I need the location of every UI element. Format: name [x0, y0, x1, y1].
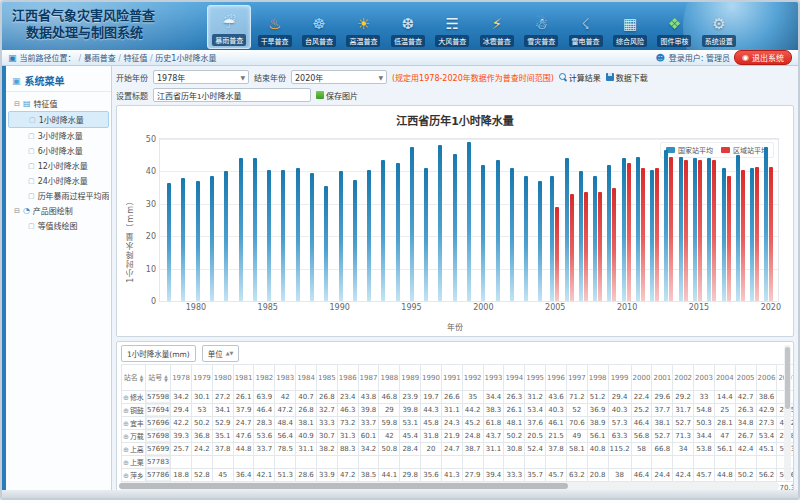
station-name-cell: ⊕修水: [122, 391, 146, 404]
value-cell-57783-2005: [735, 456, 756, 469]
collapse-icon[interactable]: ⊟: [14, 100, 20, 108]
station-id-cell: 57598: [145, 391, 170, 404]
table-row-57694[interactable]: ⊕铜鼓5769429.45334.137.946.447.226.832.746…: [122, 404, 795, 417]
value-cell-57786-1994: 33.3: [504, 469, 525, 482]
value-cell-57598-1978: 34.2: [171, 391, 192, 404]
column-header-year-1991: 1991: [441, 365, 462, 391]
download-data-button[interactable]: 数据下载: [606, 72, 648, 83]
table-row-57699[interactable]: ⊕上高5769925.724.237.844.833.778.531.138.2…: [122, 443, 795, 456]
calculate-button[interactable]: 计算结果: [559, 72, 601, 83]
value-cell-57694-1980: 34.1: [212, 404, 233, 417]
expand-icon[interactable]: ⊕: [123, 446, 129, 454]
collapse-icon[interactable]: ⊟: [14, 207, 20, 215]
snow-icon: ☃: [534, 13, 547, 35]
value-cell-57783-2001: [652, 456, 673, 469]
value-cell-57598-1994: 26.3: [504, 391, 525, 404]
sidebar-group-0[interactable]: ⊟▤特征值: [8, 96, 109, 111]
value-cell-57786-2003: 45.7: [694, 469, 715, 482]
table-row-57783[interactable]: ⊕上栗57783: [122, 456, 795, 469]
table-row-57786[interactable]: ⊕萍乡5778618.852.84536.442.151.328.633.947…: [122, 469, 795, 482]
sort-icon[interactable]: ▲▼: [164, 375, 167, 383]
unit-select[interactable]: 单位 ▲▼: [202, 345, 240, 362]
toolbar-item-lightning[interactable]: ☇雷电普查: [564, 5, 606, 49]
sidebar-item-3小时降水量[interactable]: ▢3小时降水量: [8, 128, 109, 143]
hail-icon: ⚡: [491, 13, 502, 35]
download-button-label: 数据下载: [616, 72, 648, 83]
end-year-select[interactable]: 2020年 ▼: [291, 70, 387, 84]
toolbar-item-gale[interactable]: ☴大风普查: [431, 5, 473, 49]
sidebar-group-1[interactable]: ⊟◔产品图绘制: [8, 203, 109, 218]
toolbar-item-hail[interactable]: ⚡冰雹普查: [476, 5, 518, 49]
station-name-cell: ⊕上栗: [122, 456, 146, 469]
page-icon: ▢: [29, 116, 36, 124]
sidebar-item-历年暴雨过程平均雨量[interactable]: ▢历年暴雨过程平均雨量: [8, 188, 109, 203]
vertical-scrollbar[interactable]: [784, 345, 791, 480]
national-station-bar-2019: [750, 168, 754, 301]
y-axis-tick: 50: [146, 135, 156, 144]
toolbar-item-map-review[interactable]: ❖图件审核: [653, 5, 695, 49]
breadcrumb-item[interactable]: 特征值: [124, 54, 148, 63]
expand-icon[interactable]: ⊕: [123, 459, 129, 467]
toolbar-item-low-temp[interactable]: ❆低温普查: [387, 5, 429, 49]
value-cell-57598-2005: 42.7: [735, 391, 756, 404]
bar-group-1978: [162, 139, 176, 301]
expand-icon[interactable]: ⊕: [123, 420, 129, 428]
start-year-value: 1978年: [157, 72, 185, 83]
chart-title-input[interactable]: [153, 88, 311, 102]
bar-group-1998: [448, 139, 462, 301]
sidebar-item-12小时降水量[interactable]: ▢12小时降水量: [8, 158, 109, 173]
start-year-select[interactable]: 1978年 ▼: [153, 70, 249, 84]
sidebar-item-6小时降水量[interactable]: ▢6小时降水量: [8, 143, 109, 158]
logout-button[interactable]: ◉ 退出系统: [734, 50, 792, 65]
sidebar-item-label: 等值线绘图: [38, 220, 78, 231]
save-image-button[interactable]: 保存图片: [316, 90, 358, 101]
value-cell-57598-1998: 51.2: [587, 391, 608, 404]
sidebar-item-等值线绘图[interactable]: ▢等值线绘图: [8, 218, 109, 233]
value-cell-57783-1992: [462, 456, 483, 469]
breadcrumb-item[interactable]: 暴雨普查: [84, 54, 116, 63]
sidebar-item-24小时降水量[interactable]: ▢24小时降水量: [8, 173, 109, 188]
typhoon-icon: ☸: [312, 13, 325, 35]
value-cell-57786-2005: 50.2: [735, 469, 756, 482]
calculate-button-label: 计算结果: [569, 72, 601, 83]
high-temp-icon: ☀: [357, 13, 370, 35]
column-header-station-name[interactable]: 站名▲▼: [122, 365, 146, 391]
value-cell-57699-1993: 31.1: [483, 443, 504, 456]
table-row-57698[interactable]: ⊕万载5769839.336.835.147.653.656.440.930.7…: [122, 430, 795, 443]
value-cell-57694-1989: 39.8: [400, 404, 421, 417]
toolbar-item-label: 雷电普查: [569, 35, 603, 47]
sidebar-item-1小时降水量[interactable]: ▢1小时降水量: [8, 111, 109, 128]
sort-icon[interactable]: ▲▼: [140, 375, 143, 383]
regional-station-bar-2006: [570, 194, 574, 301]
toolbar-item-rainstorm[interactable]: ☔暴雨普查: [207, 5, 251, 49]
expand-icon[interactable]: ⊕: [123, 407, 129, 415]
value-cell-57699-1992: 38.7: [462, 443, 483, 456]
toolbar-item-typhoon[interactable]: ☸台风普查: [298, 5, 340, 49]
horizontal-scrollbar[interactable]: [119, 482, 779, 490]
value-cell-57698-1998: 56.1: [587, 430, 608, 443]
column-header-year-1996: 1996: [546, 365, 567, 391]
toolbar-item-settings[interactable]: ⚙系统设置: [698, 5, 740, 49]
value-cell-57696-1990: 45.8: [421, 417, 442, 430]
table-row-57696[interactable]: ⊕宜丰5769642.250.252.924.728.348.438.133.3…: [122, 417, 795, 430]
expand-icon[interactable]: ⊕: [123, 472, 129, 480]
unit-select-label: 单位: [208, 348, 223, 359]
toolbar-item-high-temp[interactable]: ☀高温普查: [342, 5, 384, 49]
expand-icon[interactable]: ⊕: [123, 394, 129, 402]
toolbar-item-snow[interactable]: ☃雪灾普查: [520, 5, 562, 49]
value-cell-57698-2000: 56.8: [631, 430, 652, 443]
breadcrumb-item[interactable]: 历史1小时降水量: [155, 54, 216, 63]
power-icon: ◉: [742, 53, 749, 62]
expand-icon[interactable]: ⊕: [123, 433, 129, 441]
toolbar-item-drought[interactable]: ♨干旱普查: [253, 5, 295, 49]
unit-chip[interactable]: 1小时降水量(mm): [121, 345, 196, 362]
column-header-year-1997: 1997: [566, 365, 587, 391]
table-row-57598[interactable]: ⊕修水5759834.230.127.226.163.94240.726.823…: [122, 391, 795, 404]
value-cell-57783-2000: [631, 456, 652, 469]
bar-group-1996: [419, 139, 433, 301]
value-cell-57698-1987: 60.1: [358, 430, 379, 443]
value-cell-57694-1994: 26.1: [504, 404, 525, 417]
column-header-station-id[interactable]: 站号▲▼: [145, 365, 170, 391]
national-station-bar-2002: [510, 168, 514, 301]
toolbar-item-composite-risk[interactable]: ▦综合风险: [609, 5, 651, 49]
